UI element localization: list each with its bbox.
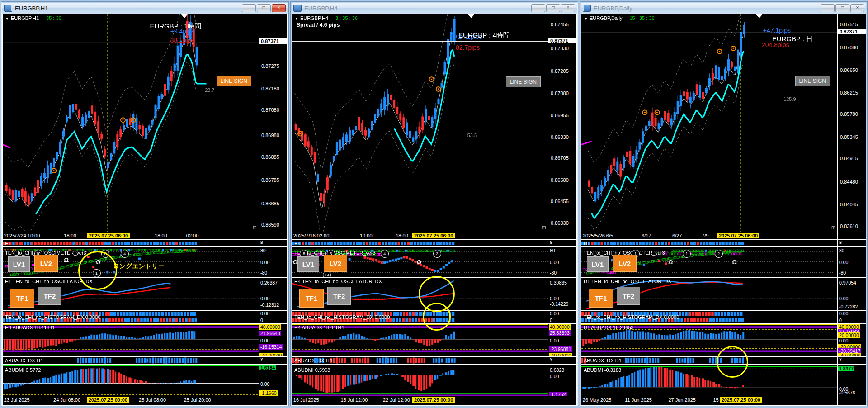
window-title: EURGBP,Daily	[594, 5, 821, 12]
candlestick-canvas	[581, 14, 837, 232]
minimize-button[interactable]: —	[821, 4, 835, 12]
candle-timer: 35 : 36	[46, 15, 61, 21]
oscillator-panel: H4 TEN_to_CHI_no_OSCILLATOR_DX TF1 TF2 0…	[292, 278, 576, 311]
price-axis[interactable]: 0.87371 0.875150.870800.866500.862150.85…	[837, 14, 866, 232]
lv2-button[interactable]: LV2	[613, 255, 637, 272]
trend-strip-plot: D1	[581, 240, 837, 246]
main-chart-panel: ▼EURGBP,Daily15 : 35 : 36 +47.1pips EURG…	[581, 14, 866, 232]
tf2-button[interactable]: TF2	[617, 287, 640, 305]
close-button[interactable]: ×	[272, 4, 286, 12]
abuadx-label: D1 ABUADX 18.24653	[584, 325, 634, 330]
abudmi-axis: 1.83770.00-0.5676	[837, 365, 866, 396]
abuadx-dx-axis: ¥	[837, 357, 866, 364]
axis-label: -40.00000	[549, 353, 572, 356]
maximize-button[interactable]: □	[835, 4, 849, 12]
trend-strip-axis: ¥	[548, 240, 576, 246]
lv2-button[interactable]: LV2	[324, 255, 347, 272]
window-title: EURGBP,H4	[304, 5, 531, 12]
abuadx-plot: H4 ABUADX 18.41841	[3, 324, 259, 356]
tf1-button[interactable]: TF1	[299, 289, 324, 308]
oscimeter-panel: TEN_to_CHI_no_OSCIMETER_ver3 LV1 LV2 864…	[292, 247, 576, 278]
grid-icon[interactable]: ⊞	[542, 225, 546, 231]
lv1-button[interactable]: LV1	[587, 256, 609, 272]
symbol-dropdown-icon[interactable]: ▼	[5, 17, 9, 21]
close-button[interactable]: ×	[561, 4, 575, 12]
line-sign-button[interactable]: LINE SIGN	[506, 76, 541, 87]
axis-label: -40.00000	[838, 353, 861, 356]
price-tick: 0.86705	[551, 155, 569, 161]
lv1-button[interactable]: LV1	[297, 256, 319, 272]
tf2-button[interactable]: TF2	[327, 287, 351, 305]
abudmi-axis: 0.68230.00-1.1752	[548, 365, 576, 396]
symbol-dropdown-icon[interactable]: ▼	[295, 17, 298, 21]
abuadx-dx-plot: ABUADX_DX H4	[3, 357, 259, 364]
time-label: 18 Jul 12:00	[341, 397, 368, 403]
crosshair-time-label: 2025.07.25 00:00	[412, 397, 455, 403]
time-label: 24 Jul 08:00	[53, 397, 80, 403]
maximize-button[interactable]: □	[257, 4, 271, 12]
main-chart-plot[interactable]: ▼EURGBP,H43 : 35 : 36 Spread / 4.6 pips …	[292, 14, 548, 232]
price-tick: 0.86590	[261, 222, 279, 228]
symbol-dropdown-icon[interactable]: ▼	[584, 17, 588, 21]
line-sign-button[interactable]: LINE SIGN	[795, 76, 830, 86]
abuadx-dx-label: ABUADX_DX H4	[5, 358, 43, 363]
histogram-strip-plot: TEN_to_CHI_no_HISTOGRAM_DX 0.0000	[292, 311, 548, 323]
time-axis-corner-lower	[548, 396, 576, 405]
chart-window: EURGBP,Daily — □ × ▼EURGBP,Daily15 : 35 …	[580, 1, 868, 406]
price-tick: 0.87080	[551, 90, 569, 96]
chart-icon	[4, 5, 12, 12]
tf1-button[interactable]: TF1	[589, 289, 613, 308]
histogram-strip-panel: TEN_to_CHI_no_HISTOGRAM_DX 0.0000 0.000	[3, 311, 287, 324]
ma-value-label: 53.5	[467, 133, 477, 138]
line-sign-button[interactable]: LINE SIGN	[217, 76, 251, 86]
price-tick: 0.86980	[261, 133, 279, 138]
histogram-strip-label: TEN_to_CHI_no_HISTOGRAM_DX 0.0000	[294, 314, 390, 320]
abuadx-plot: H4 ABUADX 18.41841	[292, 324, 548, 356]
grid-icon[interactable]: ⊞	[831, 225, 835, 231]
price-tick: 0.86330	[551, 220, 569, 226]
time-axis-corner	[259, 232, 287, 239]
time-label: 10:00	[360, 233, 373, 238]
chart-content: ▼EURGBP,H43 : 35 : 36 Spread / 4.6 pips …	[292, 14, 577, 406]
oscillator-panel: D1 TEN_to_CHI_no_OSCILLATOR_DX TF1 TF2 0…	[581, 278, 866, 311]
grid-icon[interactable]: ⊞	[253, 225, 257, 231]
tf2-button[interactable]: TF2	[38, 287, 61, 305]
price-tick: 0.86580	[551, 177, 569, 183]
window-titlebar[interactable]: EURGBP,Daily — □ ×	[581, 3, 866, 14]
time-label: 15	[713, 397, 718, 403]
abuadx-dx-label: ABUADX_DX D1	[584, 358, 622, 363]
symbol-line: ▼EURGBP,H135 : 36	[5, 15, 61, 21]
window-titlebar[interactable]: EURGBP,H1 — □ ×	[2, 3, 288, 14]
price-axis[interactable]: 0.87371 0.872750.871800.870800.869800.86…	[259, 14, 287, 232]
abudmi-plot: ABUDMI 0.5772	[3, 365, 259, 396]
chart-content: ▼EURGBP,Daily15 : 35 : 36 +47.1pips EURG…	[581, 14, 866, 406]
price-tick: 0.87455	[551, 22, 569, 27]
lv1-button[interactable]: LV1	[8, 256, 30, 272]
oscimeter-panel: TEN_to_CHI_no_OSCIMETER_ver3 LV1 LV2 112…	[581, 247, 866, 278]
axis-label: 0.00	[838, 338, 849, 343]
axis-label: 0	[259, 318, 264, 323]
close-button[interactable]: ×	[850, 4, 864, 12]
crosshair-time-label: 2025.07.25 06:00	[717, 233, 760, 238]
time-label: 26 May 2025	[583, 397, 612, 403]
lv2-button[interactable]: LV2	[34, 255, 58, 272]
tf1-button[interactable]: TF1	[10, 289, 34, 308]
price-tick: 0.87180	[261, 86, 279, 91]
abudmi-plot: ABUDMI -0.3183	[581, 365, 837, 396]
window-titlebar[interactable]: EURGBP,H4 — □ ×	[292, 3, 577, 14]
maximize-button[interactable]: □	[546, 4, 560, 12]
minimize-button[interactable]: —	[242, 4, 256, 12]
oscimeter-panel: TEN_to_CHI_no_OSCIMETER_ver3 LV1 LV2 ロング…	[3, 247, 287, 278]
main-chart-plot[interactable]: ▼EURGBP,H135 : 36 +9.4pips EURGBP : 1時間 …	[3, 14, 259, 232]
axis-label: 0.00	[259, 296, 270, 301]
oscillator-plot: H1 TEN_to_CHI_no_OSCILLATOR_DX TF1 TF2	[3, 278, 259, 310]
axis-label: 0.00	[838, 260, 849, 265]
symbol-line: ▼EURGBP,Daily15 : 35 : 36	[584, 15, 655, 21]
timeframe-label: EURGBP : 1時間	[150, 22, 201, 31]
minimize-button[interactable]: —	[531, 4, 545, 12]
price-axis[interactable]: 0.87371 0.874550.873300.872050.870800.86…	[548, 14, 576, 232]
abudmi-label: ABUDMI -0.3183	[584, 367, 621, 373]
price-tick: 0.83610	[840, 223, 858, 229]
main-chart-plot[interactable]: ▼EURGBP,Daily15 : 35 : 36 +47.1pips EURG…	[581, 14, 837, 232]
price-tick: 0.86830	[551, 134, 569, 140]
